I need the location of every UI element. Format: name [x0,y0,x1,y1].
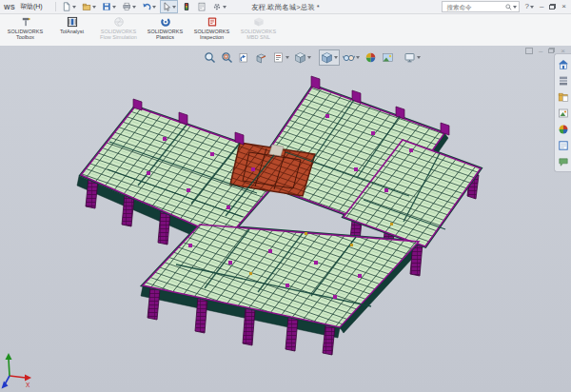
tab-solidworks-resources[interactable] [557,58,569,70]
view-palette-icon [558,108,569,119]
dynamic-annotation-views-button[interactable] [270,49,291,66]
annotation-views-icon [272,51,285,64]
rebuild-button[interactable] [180,0,193,13]
formwork-model[interactable] [77,76,481,355]
tab-solidworks-forum[interactable] [557,155,569,167]
new-button[interactable] [60,0,78,13]
document-window-menu-icon[interactable] [525,48,533,54]
search-input[interactable] [444,3,505,11]
menu-help[interactable]: 帮助(H) [17,2,46,11]
open-folder-icon [82,2,91,11]
view-settings-button[interactable] [402,49,423,66]
apply-scene-button[interactable] [380,49,396,66]
open-button[interactable] [80,0,98,13]
view-orientation-icon [294,51,306,64]
ribbon-button-plastics[interactable]: SOLIDWORKS Plastics [142,15,188,40]
hide-show-items-icon [343,51,355,64]
ribbon-button-toolbox[interactable]: SOLIDWORKS Toolbox [2,15,49,40]
rebuild-traffic-light-icon [182,2,191,11]
print-button[interactable] [120,0,138,13]
graphics-viewport[interactable]: X – × [0,46,571,392]
flow-simulation-icon [113,16,125,28]
triad-x-label: X [26,382,30,388]
inspection-icon [207,16,218,28]
dropdown-arrow-icon[interactable] [132,6,136,9]
home-icon [558,59,569,70]
ribbon-button-label: SOLIDWORKS Toolbox [2,29,49,40]
help-button[interactable]: ? [523,2,534,11]
search-icon[interactable] [505,4,512,10]
custom-properties-icon [558,140,569,151]
document-minimize-button[interactable]: – [539,47,542,55]
file-properties-button[interactable] [195,0,208,13]
tab-design-library[interactable] [557,74,569,87]
apply-scene-icon [382,51,394,64]
previous-view-button[interactable] [236,49,252,66]
ribbon-button-inspection[interactable]: SOLIDWORKS Inspection [188,15,235,40]
task-pane-tabs [554,53,571,172]
ribbon-button-tolanalyst[interactable]: TolAnalyst [49,15,95,34]
dropdown-arrow-icon[interactable] [334,56,338,59]
appearances-ball-icon [558,124,569,135]
select-button[interactable] [160,0,178,13]
hide-show-items-button[interactable] [341,49,362,66]
design-library-icon [558,75,569,87]
ribbon-button-label: SOLIDWORKS Inspection [188,29,235,40]
tab-file-explorer[interactable] [557,90,569,103]
dropdown-arrow-icon[interactable] [417,56,421,59]
tab-appearances-scenes[interactable] [557,123,569,135]
forum-bubble-icon [558,156,569,167]
undo-icon [142,2,151,11]
tab-view-palette[interactable] [557,107,569,119]
dropdown-arrow-icon[interactable] [172,6,176,9]
view-settings-icon [404,51,416,64]
dropdown-arrow-icon[interactable] [112,6,116,9]
display-style-button[interactable] [319,49,340,66]
print-icon [122,2,131,11]
search-dropdown-arrow-icon[interactable] [513,6,517,9]
zoom-to-area-icon [221,51,233,64]
orientation-triad: X [2,353,32,389]
edit-appearance-icon [364,51,377,64]
new-document-icon [62,2,71,11]
titlebar: WS 帮助(H) [0,0,571,14]
3d-model-view[interactable]: X [0,46,571,392]
close-button[interactable]: × [561,2,567,11]
dropdown-arrow-icon[interactable] [356,56,360,59]
dropdown-arrow-icon[interactable] [223,6,226,9]
dropdown-arrow-icon[interactable] [286,56,289,59]
section-view-button[interactable] [253,49,269,66]
zoom-to-fit-button[interactable] [202,49,218,66]
search-box [442,1,520,12]
save-icon [102,2,111,11]
titlebar-right-controls: ? – × [442,1,567,12]
dropdown-arrow-icon[interactable] [152,6,156,9]
ribbon-button-label: SOLIDWORKS Flow Simulation [95,29,142,40]
options-button[interactable] [210,0,228,13]
previous-view-icon [238,51,250,64]
restore-icon [549,4,556,10]
ribbon-button-flow-simulation: SOLIDWORKS Flow Simulation [95,15,142,40]
dropdown-arrow-icon[interactable] [530,6,534,9]
display-style-icon [321,51,333,64]
dropdown-arrow-icon[interactable] [307,56,311,59]
select-cursor-icon [162,2,171,11]
save-button[interactable] [100,0,118,13]
dropdown-arrow-icon[interactable] [72,6,76,9]
document-restore-button[interactable] [548,48,555,53]
tab-custom-properties[interactable] [557,139,569,151]
zoom-to-area-button[interactable] [219,49,235,66]
edit-appearance-button[interactable] [363,49,379,66]
toolbar-separator [55,2,56,11]
view-orientation-button[interactable] [292,49,313,66]
dropdown-arrow-icon[interactable] [92,6,96,9]
restore-button[interactable] [548,4,557,10]
app-logo-fragment: WS [4,4,15,10]
section-view-icon [255,51,267,64]
zoom-to-fit-icon [204,51,216,64]
mbd-icon [253,16,265,28]
minimize-button[interactable]: – [539,2,544,11]
undo-button[interactable] [140,0,158,13]
heads-up-view-toolbar [202,49,423,66]
plastics-icon [160,16,171,28]
